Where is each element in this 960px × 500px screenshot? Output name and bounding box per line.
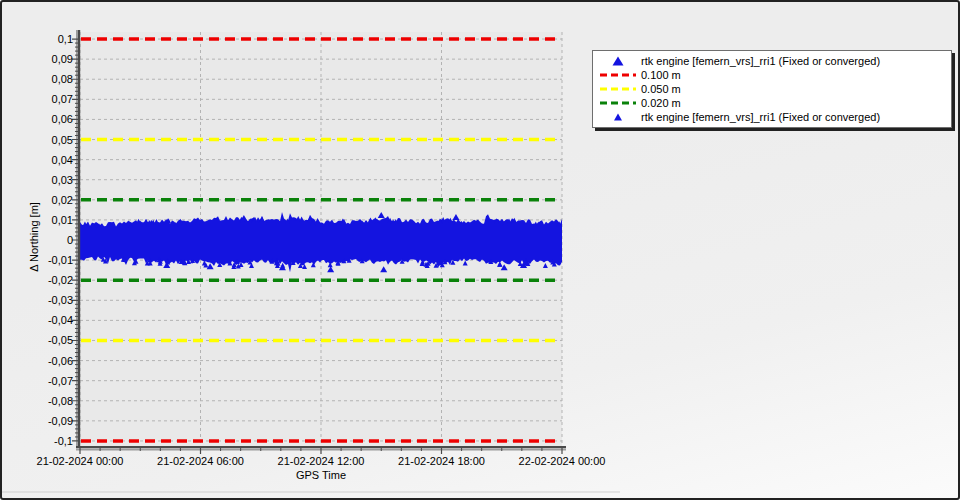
- y-tick-label: -0,1: [54, 435, 73, 447]
- y-tick-label: 0: [67, 234, 73, 246]
- y-tick-label: 0,03: [52, 174, 73, 186]
- dashed-line-icon: [595, 69, 641, 81]
- x-tick-label: 21-02-2024 12:00: [278, 455, 365, 467]
- legend-entry-label: 0.020 m: [641, 97, 681, 109]
- legend-entry-label: rtk engine [femern_vrs]_rri1 (Fixed or c…: [641, 111, 880, 123]
- x-axis-title: GPS Time: [80, 469, 562, 481]
- legend-entry: 0.050 m: [595, 82, 945, 96]
- legend-entry-label: 0.050 m: [641, 83, 681, 95]
- legend-entry: rtk engine [femern_vrs]_rri1 (Fixed or c…: [595, 110, 945, 124]
- triangle-marker-icon: [595, 111, 641, 123]
- y-tick-label: -0,04: [48, 314, 73, 326]
- y-tick-label: 0,08: [52, 73, 73, 85]
- legend-entry: 0.100 m: [595, 68, 945, 82]
- y-tick-label: 0,07: [52, 93, 73, 105]
- y-tick-label: -0,02: [48, 274, 73, 286]
- y-tick-label: -0,06: [48, 355, 73, 367]
- triangle-marker-icon: [595, 55, 641, 67]
- y-tick-label: -0,05: [48, 334, 73, 346]
- legend-entry-label: rtk engine [femern_vrs]_rri1 (Fixed or c…: [641, 55, 880, 67]
- y-tick-label: -0,09: [48, 415, 73, 427]
- y-tick-label: -0,08: [48, 395, 73, 407]
- y-axis-title: Δ Northing [m]: [28, 172, 40, 302]
- dashed-line-icon: [595, 83, 641, 95]
- legend-entry: 0.020 m: [595, 96, 945, 110]
- legend-entry: rtk engine [femern_vrs]_rri1 (Fixed or c…: [595, 54, 945, 68]
- y-tick-label: 0,04: [52, 154, 73, 166]
- chart-window: 0,10,090,080,070,060,050,040,030,020,010…: [0, 0, 960, 500]
- x-tick-label: 21-02-2024 06:00: [157, 455, 244, 467]
- y-tick-label: 0,05: [52, 134, 73, 146]
- x-tick-label: 21-02-2024 18:00: [398, 455, 485, 467]
- y-tick-label: 0,06: [52, 113, 73, 125]
- y-tick-label: -0,01: [48, 254, 73, 266]
- x-tick-label: 22-02-2024 00:00: [519, 455, 606, 467]
- y-tick-label: 0,09: [52, 53, 73, 65]
- y-tick-label: 0,02: [52, 194, 73, 206]
- legend-entry-label: 0.100 m: [641, 69, 681, 81]
- y-tick-label: 0,01: [52, 214, 73, 226]
- y-tick-label: -0,07: [48, 375, 73, 387]
- y-tick-label: -0,03: [48, 294, 73, 306]
- y-tick-label: 0,1: [58, 33, 73, 45]
- x-tick-label: 21-02-2024 00:00: [37, 455, 124, 467]
- legend: rtk engine [femern_vrs]_rri1 (Fixed or c…: [592, 50, 952, 128]
- dashed-line-icon: [595, 97, 641, 109]
